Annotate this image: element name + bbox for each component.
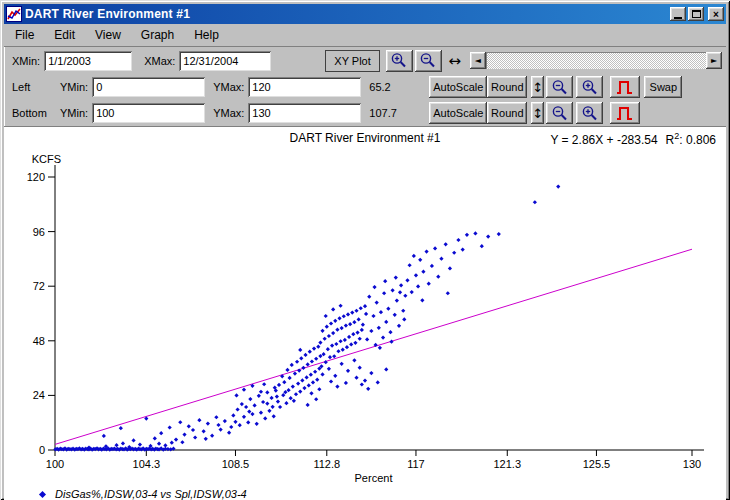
data-point [157, 442, 161, 446]
axis-tick-label: 130 [683, 458, 701, 470]
data-point [326, 347, 330, 351]
data-point [265, 401, 269, 405]
data-point [394, 275, 398, 279]
data-point [298, 389, 302, 393]
data-point [327, 367, 331, 371]
data-point [556, 184, 560, 188]
xmax-label: XMax: [144, 55, 175, 67]
data-point [302, 386, 306, 390]
swap-button[interactable]: Swap [644, 76, 682, 98]
data-point [269, 396, 273, 400]
data-point [291, 384, 295, 388]
left-ymax-input[interactable] [248, 77, 361, 97]
data-point [121, 441, 125, 445]
app-window: DART River Environment #1 × File Edit Vi… [0, 0, 730, 500]
axis-tick-label: 108.5 [222, 458, 250, 470]
data-point [389, 340, 393, 344]
data-point [439, 257, 443, 261]
data-point [329, 379, 333, 383]
bottom-round-button[interactable]: Round [487, 102, 527, 124]
data-point [236, 407, 240, 411]
left-axis-toolbar: Left YMin: YMax: 65.2 AutoScale Round ↕ [4, 74, 726, 100]
data-point [433, 246, 437, 250]
scrollbar-track[interactable] [486, 52, 706, 69]
bottom-autoscale-button[interactable]: AutoScale [429, 102, 487, 124]
data-point [310, 359, 314, 363]
data-point [371, 314, 375, 318]
x-zoom-out-button[interactable] [415, 50, 442, 72]
xmax-input[interactable] [179, 51, 271, 71]
bottom-vertical-range-icon[interactable]: ↕ [531, 102, 544, 124]
axis-name-bottom: Bottom [8, 107, 56, 119]
data-point [313, 370, 317, 374]
data-point [456, 238, 460, 242]
data-point [436, 275, 440, 279]
bottom-zoom-out-button[interactable] [546, 102, 573, 124]
data-point [223, 419, 227, 423]
data-point [193, 435, 197, 439]
data-point [347, 335, 351, 339]
data-point [395, 298, 399, 302]
bottom-ymin-input[interactable] [92, 103, 205, 123]
data-point [180, 440, 184, 444]
xy-plot-button[interactable]: XY Plot [325, 50, 380, 72]
scroll-right-button[interactable]: ► [706, 52, 722, 69]
menu-edit[interactable]: Edit [47, 26, 82, 44]
magnifier-minus-icon [551, 105, 569, 122]
data-point [383, 279, 387, 283]
bottom-ymax-input[interactable] [248, 103, 361, 123]
data-point [336, 349, 340, 353]
scatter-points [53, 184, 560, 451]
bottom-step-plot-button[interactable] [610, 102, 640, 124]
data-point [138, 442, 142, 446]
scroll-left-button[interactable]: ◄ [470, 52, 486, 69]
regression-equation: Y = 2.86X + -283.54R2: 0.806 [550, 131, 716, 147]
menu-file[interactable]: File [8, 26, 41, 44]
data-point [444, 242, 448, 246]
bottom-zoom-in-button[interactable] [576, 102, 603, 124]
data-point [331, 331, 335, 335]
data-point [391, 288, 395, 292]
left-ymax-label: YMax: [213, 81, 244, 93]
data-point [403, 294, 407, 298]
step-line-icon [615, 79, 635, 95]
minimize-button[interactable] [670, 7, 686, 21]
menu-graph[interactable]: Graph [134, 26, 181, 44]
data-point [282, 380, 286, 384]
left-step-plot-button[interactable] [610, 76, 640, 98]
data-point [465, 233, 469, 237]
left-vertical-range-icon[interactable]: ↕ [531, 76, 544, 98]
menu-help[interactable]: Help [187, 26, 226, 44]
left-ymin-input[interactable] [92, 77, 205, 97]
data-point [352, 320, 356, 324]
data-point [337, 316, 341, 320]
data-point [358, 337, 362, 341]
data-point [348, 322, 352, 326]
chart-header: DART River Environment #1 Y = 2.86X + -2… [4, 127, 726, 147]
data-point [170, 441, 174, 445]
data-point [405, 278, 409, 282]
data-point [314, 357, 318, 361]
legend: DisGas%,IDSW,03-4 vs Spl,IDSW,03-4 [4, 483, 726, 500]
data-point [204, 437, 208, 441]
plot-svg[interactable]: 024487296120100104.3108.5112.8117121.312… [4, 147, 726, 483]
xmin-input[interactable] [44, 51, 132, 71]
data-point [384, 320, 388, 324]
data-point [276, 399, 280, 403]
left-zoom-in-button[interactable] [576, 76, 603, 98]
left-zoom-out-button[interactable] [546, 76, 573, 98]
title-bar[interactable]: DART River Environment #1 × [4, 4, 726, 24]
close-button[interactable]: × [708, 7, 724, 21]
data-point [401, 309, 405, 313]
menu-view[interactable]: View [88, 26, 128, 44]
left-autoscale-button[interactable]: AutoScale [429, 76, 487, 98]
data-point [360, 382, 364, 386]
window-title: DART River Environment #1 [25, 7, 668, 21]
data-point [329, 321, 333, 325]
magnifier-minus-icon [419, 52, 437, 69]
data-point [361, 323, 365, 327]
left-round-button[interactable]: Round [487, 76, 527, 98]
x-zoom-in-button[interactable] [386, 50, 413, 72]
maximize-button[interactable] [688, 7, 704, 21]
bottom-ymax-label: YMax: [213, 107, 244, 119]
